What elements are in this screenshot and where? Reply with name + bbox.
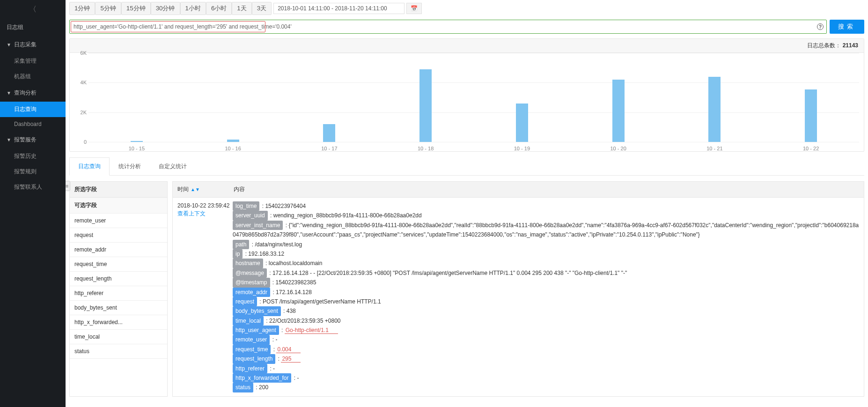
nav-group-header[interactable]: 日志组 (0, 19, 66, 36)
field-value: Go-http-client/1.1 (285, 327, 338, 334)
field-tag[interactable]: remote_user (233, 335, 270, 344)
chart-bar[interactable] (419, 69, 432, 142)
total-value: 21143 (843, 42, 858, 49)
field-value: 172.16.14.128 (276, 289, 312, 296)
chart-bar[interactable] (516, 104, 528, 142)
time-preset-button[interactable]: 1小时 (180, 2, 206, 15)
y-tick-label: 6K (81, 50, 87, 56)
field-item[interactable]: http_referer (70, 286, 167, 301)
field-item[interactable]: http_x_forwarded... (70, 315, 167, 330)
tab[interactable]: 日志查询 (69, 157, 110, 176)
time-preset-button[interactable]: 3天 (252, 2, 272, 15)
time-range-display[interactable]: 2018-10-01 14:11:00 - 2018-11-20 14:11:0… (273, 3, 405, 14)
field-tag[interactable]: body_bytes_sent (233, 306, 281, 316)
nav-item[interactable]: 机器组 (0, 69, 66, 84)
nav-item[interactable]: 报警历史 (0, 148, 66, 164)
back-button[interactable]: 〈 (0, 0, 66, 19)
field-item[interactable]: status (70, 344, 167, 359)
caret-down-icon: ▼ (7, 137, 11, 142)
view-context-link[interactable]: 查看上下文 (177, 210, 230, 218)
field-tag[interactable]: hostname (233, 259, 263, 268)
field-tag[interactable]: request_time (233, 345, 271, 354)
x-tick-label: 10 - 18 (377, 146, 474, 151)
time-preset-button[interactable]: 30分钟 (151, 2, 180, 15)
field-item[interactable]: time_local (70, 330, 167, 344)
tab[interactable]: 统计分析 (110, 157, 150, 175)
field-tag[interactable]: server_uuid (233, 211, 268, 220)
tab[interactable]: 自定义统计 (150, 157, 196, 175)
time-preset-button[interactable]: 15分钟 (121, 2, 151, 15)
field-tag[interactable]: ip (233, 249, 243, 259)
field-tag[interactable]: server_inst_name (233, 221, 283, 230)
field-item[interactable]: request_length (70, 272, 167, 286)
chart-header: 日志总条数： 21143 (70, 39, 864, 53)
nav-item[interactable]: 采集管理 (0, 53, 66, 69)
x-tick-label: 10 - 19 (474, 146, 570, 151)
col-header-time[interactable]: 时间 ▲▼ (173, 182, 229, 197)
help-icon[interactable]: ? (817, 23, 824, 30)
field-tag[interactable]: @timestamp (233, 278, 270, 287)
field-tag[interactable]: http_x_forwarded_for (233, 373, 291, 383)
search-input-wrap: ? (69, 20, 827, 34)
nav-item[interactable]: Dashboard (0, 117, 66, 131)
field-item[interactable]: request (70, 228, 167, 243)
field-item[interactable]: remote_user (70, 214, 167, 228)
field-tag[interactable]: path (233, 240, 249, 249)
nav-group-header[interactable]: ▼查询分析 (0, 84, 66, 102)
caret-down-icon: ▼ (7, 90, 11, 96)
chart-bar[interactable] (227, 140, 239, 142)
x-tick-label: 10 - 15 (88, 146, 185, 151)
time-preset-button[interactable]: 6小时 (206, 2, 232, 15)
x-tick-label: 10 - 17 (281, 146, 378, 151)
time-preset-button[interactable]: 5分钟 (95, 2, 121, 15)
x-tick-label: 10 - 16 (185, 146, 281, 151)
field-item[interactable]: body_bytes_sent (70, 301, 167, 315)
field-tag[interactable]: http_user_agent (233, 326, 279, 335)
chart-bar[interactable] (323, 124, 335, 142)
nav-item[interactable]: 日志查询 (0, 102, 66, 117)
time-preset-button[interactable]: 1分钟 (69, 2, 95, 15)
field-tag[interactable]: @message (233, 268, 267, 278)
chevron-left-icon: 〈 (29, 5, 37, 15)
search-input[interactable] (70, 21, 815, 33)
field-tag[interactable]: request_length (233, 354, 275, 363)
field-value: POST /lms/api/agent/getServerName HTTP/1… (263, 298, 381, 305)
total-label: 日志总条数： (807, 42, 841, 49)
field-tag[interactable]: log_time (233, 201, 259, 211)
field-value: 1540223976404 (265, 203, 306, 209)
field-tag[interactable]: time_local (233, 316, 264, 326)
field-value: 295 (281, 355, 301, 363)
nav-group-header[interactable]: ▼日志采集 (0, 36, 66, 53)
field-item[interactable]: request_time (70, 257, 167, 272)
field-item[interactable]: remote_addr (70, 243, 167, 257)
field-tag[interactable]: http_referer (233, 364, 267, 373)
time-range-bar: 1分钟5分钟15分钟30分钟1小时6小时1天3天 2018-10-01 14:1… (69, 0, 864, 17)
chart-bar[interactable] (708, 77, 721, 142)
field-tag[interactable]: status (233, 383, 253, 392)
main-panel: ≡ 1分钟5分钟15分钟30分钟1小时6小时1天3天 2018-10-01 14… (66, 0, 868, 407)
caret-down-icon: ▼ (7, 42, 11, 47)
collapse-sidebar-handle[interactable]: ≡ (66, 181, 70, 191)
field-value: wending_region_88bbcb9d-91fa-4111-800e-6… (273, 212, 422, 219)
field-tag[interactable]: request (233, 297, 257, 306)
sort-icon[interactable]: ▲▼ (191, 187, 200, 192)
search-button[interactable]: 搜索 (830, 20, 864, 34)
field-value: 438 (287, 308, 296, 314)
chart-bar[interactable] (805, 89, 817, 142)
field-value: /data/nginx/test.log (255, 241, 302, 248)
result-row: 2018-10-22 23:59:42 查看上下文 log_time : 154… (173, 198, 864, 396)
nav-group-header[interactable]: ▼报警服务 (0, 131, 66, 148)
chart-bar[interactable] (612, 80, 625, 142)
chart-bar[interactable] (131, 141, 143, 142)
nav-item[interactable]: 报警规则 (0, 164, 66, 179)
field-tag[interactable]: remote_addr (233, 288, 270, 297)
nav-item[interactable]: 报警联系人 (0, 179, 66, 195)
calendar-icon[interactable]: 📅 (406, 3, 422, 14)
y-tick-label: 0 (84, 139, 87, 145)
x-tick-label: 10 - 22 (763, 146, 859, 151)
sidebar: 〈 日志组▼日志采集采集管理机器组▼查询分析日志查询Dashboard▼报警服务… (0, 0, 66, 407)
field-value: 192.168.33.12 (248, 251, 284, 257)
x-tick-label: 10 - 21 (667, 146, 763, 151)
col-header-content: 内容 (229, 182, 864, 197)
time-preset-button[interactable]: 1天 (232, 2, 251, 15)
